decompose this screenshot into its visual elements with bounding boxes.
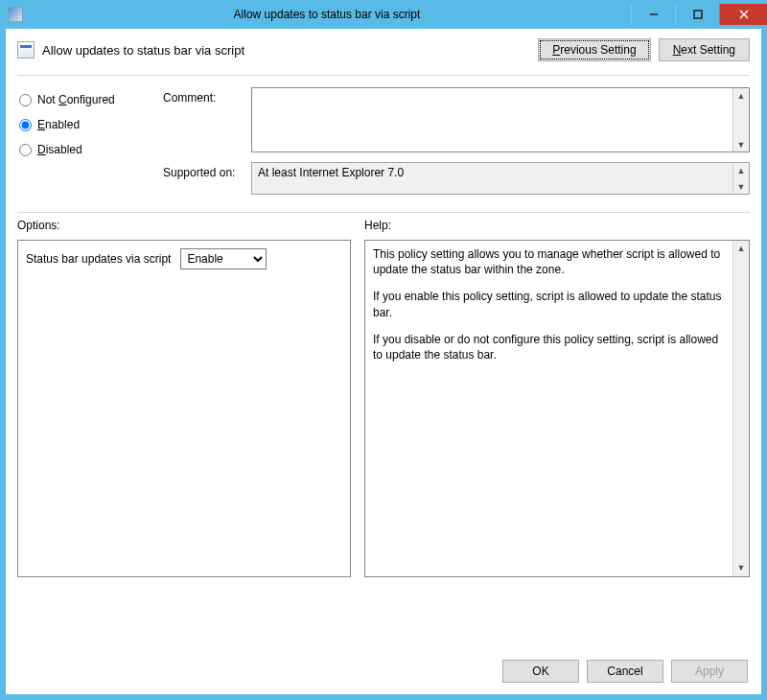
comment-input[interactable]: ▲ ▼ (251, 87, 750, 152)
separator (17, 212, 750, 213)
title-bar: Allow updates to status bar via script (0, 0, 767, 29)
scroll-down-icon: ▼ (733, 179, 749, 194)
scroll-up-icon: ▲ (733, 163, 749, 177)
comment-scrollbar[interactable]: ▲ ▼ (732, 88, 749, 152)
scroll-up-icon: ▲ (733, 88, 749, 103)
help-scrollbar[interactable]: ▲ ▼ (732, 241, 749, 576)
upper-section: Not Configured Enabled Disabled Comment:… (6, 82, 761, 204)
lower-labels: Options: Help: (6, 219, 761, 232)
nav-buttons: Previous Setting Next Setting (538, 38, 750, 61)
help-paragraph: If you enable this policy setting, scrip… (373, 289, 728, 319)
window-controls (631, 4, 767, 25)
options-label: Options: (17, 219, 364, 232)
lower-section: Status bar updates via script Enable Thi… (6, 232, 761, 577)
state-radios: Not Configured Enabled Disabled (17, 87, 163, 204)
policy-icon (17, 41, 35, 58)
maximize-button[interactable] (675, 4, 719, 25)
window-title: Allow updates to status bar via script (23, 8, 631, 21)
supported-on-box: At least Internet Explorer 7.0 ▲ ▼ (251, 162, 750, 195)
option-row: Status bar updates via script Enable (26, 248, 342, 269)
supported-scrollbar[interactable]: ▲ ▼ (732, 163, 749, 194)
cancel-button[interactable]: Cancel (587, 660, 663, 683)
next-setting-button[interactable]: Next Setting (659, 38, 750, 61)
option-combo[interactable]: Enable (180, 248, 267, 269)
minimize-icon (649, 10, 659, 19)
svg-rect-1 (694, 11, 702, 18)
comment-label: Comment: (163, 87, 251, 152)
close-button[interactable] (719, 4, 767, 25)
client-area: Allow updates to status bar via script P… (6, 29, 761, 694)
upper-right-column: Comment: ▲ ▼ Supported on: At least Inte… (163, 87, 750, 204)
maximize-icon (693, 10, 703, 19)
ok-button[interactable]: OK (502, 660, 579, 683)
separator (17, 75, 750, 76)
previous-setting-button[interactable]: Previous Setting (538, 38, 650, 61)
footer-buttons: OK Cancel Apply (6, 650, 761, 694)
header-row: Allow updates to status bar via script P… (6, 29, 761, 67)
minimize-button[interactable] (631, 4, 675, 25)
apply-button[interactable]: Apply (671, 660, 748, 683)
policy-title: Allow updates to status bar via script (42, 43, 538, 58)
help-pane: This policy setting allows you to manage… (364, 240, 750, 577)
close-icon (739, 10, 749, 19)
radio-not-configured-label: Not Configured (37, 93, 115, 106)
supported-on-label: Supported on: (163, 162, 251, 195)
option-label: Status bar updates via script (26, 252, 171, 266)
radio-enabled-label: Enabled (37, 118, 80, 131)
radio-not-configured[interactable] (19, 94, 32, 106)
radio-disabled-label: Disabled (37, 143, 82, 156)
scroll-down-icon: ▼ (733, 137, 749, 152)
supported-on-value: At least Internet Explorer 7.0 (258, 166, 404, 179)
scroll-down-icon: ▼ (733, 560, 749, 576)
scroll-up-icon: ▲ (733, 241, 749, 257)
app-icon (8, 7, 23, 22)
help-paragraph: This policy setting allows you to manage… (373, 246, 728, 277)
help-paragraph: If you disable or do not configure this … (373, 332, 728, 362)
radio-disabled[interactable] (19, 144, 32, 156)
help-label: Help: (364, 219, 391, 232)
options-pane: Status bar updates via script Enable (17, 240, 351, 577)
radio-enabled[interactable] (19, 119, 32, 131)
